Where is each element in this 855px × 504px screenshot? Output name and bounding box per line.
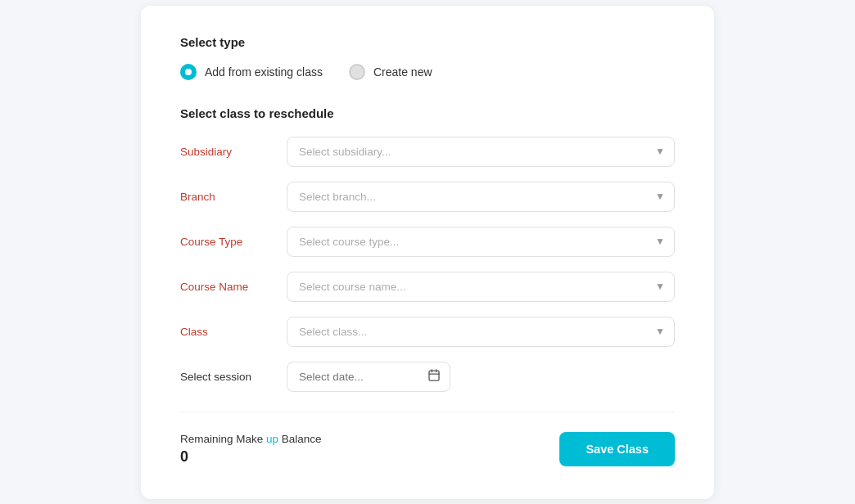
balance-label: Remaining Make up Balance [180,433,322,445]
balance-section: Remaining Make up Balance 0 [180,433,322,466]
course-name-row: Course Name Select course name... ▼ [180,272,675,302]
session-row: Select session [180,362,675,392]
date-input[interactable] [287,362,450,392]
radio-new[interactable]: Create new [349,64,432,80]
branch-row: Branch Select branch... ▼ [180,182,675,212]
date-input-wrapper [287,362,450,392]
reschedule-title: Select class to reschedule [180,106,675,120]
class-select-wrapper: Select class... ▼ [287,317,675,347]
course-name-label: Course Name [180,281,287,293]
session-label: Select session [180,371,287,383]
course-type-select[interactable]: Select course type... [287,227,675,257]
balance-label-part3: Balance [278,433,322,445]
branch-select[interactable]: Select branch... [287,182,675,212]
footer-row: Remaining Make up Balance 0 Save Class [180,432,675,466]
main-card: Select type Add from existing class Crea… [141,6,714,499]
branch-label: Branch [180,191,287,203]
class-row: Class Select class... ▼ [180,317,675,347]
radio-existing-circle[interactable] [180,64,197,80]
radio-existing[interactable]: Add from existing class [180,64,323,80]
radio-existing-label: Add from existing class [205,65,323,79]
subsidiary-select-wrapper: Select subsidiary... ▼ [287,137,675,167]
save-class-button[interactable]: Save Class [559,432,675,466]
balance-value: 0 [180,448,322,466]
radio-new-label: Create new [373,65,432,79]
class-select[interactable]: Select class... [287,317,675,347]
balance-label-part2: up [266,433,278,445]
subsidiary-select[interactable]: Select subsidiary... [287,137,675,167]
branch-select-wrapper: Select branch... ▼ [287,182,675,212]
radio-group: Add from existing class Create new [180,64,675,80]
class-label: Class [180,326,287,338]
subsidiary-row: Subsidiary Select subsidiary... ▼ [180,137,675,167]
course-type-select-wrapper: Select course type... ▼ [287,227,675,257]
select-type-title: Select type [180,35,675,49]
course-type-label: Course Type [180,236,287,248]
footer-divider [180,412,675,412]
course-type-row: Course Type Select course type... ▼ [180,227,675,257]
course-name-select[interactable]: Select course name... [287,272,675,302]
balance-label-part1: Remaining Make [180,433,266,445]
course-name-select-wrapper: Select course name... ▼ [287,272,675,302]
radio-new-circle[interactable] [349,64,365,80]
subsidiary-label: Subsidiary [180,146,287,158]
